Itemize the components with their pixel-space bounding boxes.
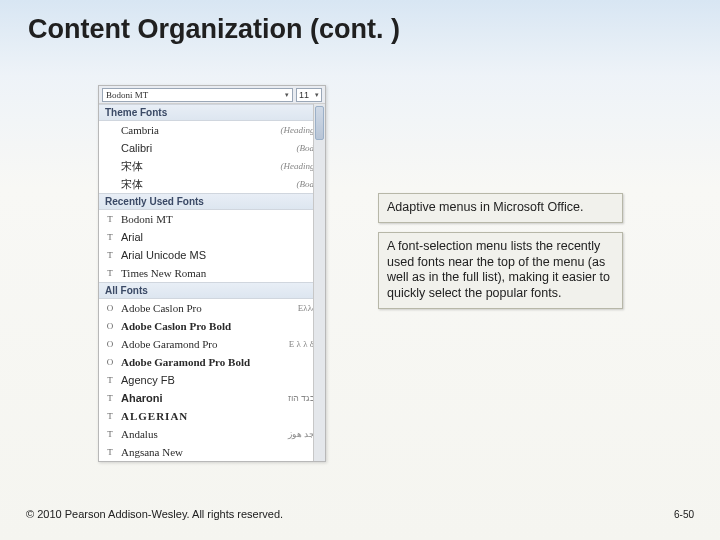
font-name-label: Andalus	[121, 428, 284, 440]
font-name-label: Bodoni MT	[121, 213, 321, 225]
font-name-label: Calibri	[121, 142, 293, 154]
font-icon	[103, 178, 117, 190]
font-option[interactable]: TAndalusأبجد هوز	[99, 425, 325, 443]
font-name-label: 宋体	[121, 159, 277, 174]
font-option[interactable]: OAdobe Caslon ProΕλλδα	[99, 299, 325, 317]
font-option[interactable]: TALGERIAN	[99, 407, 325, 425]
font-option[interactable]: 宋体(Headings)	[99, 157, 325, 175]
font-icon	[103, 142, 117, 154]
chevron-down-icon: ▾	[285, 91, 289, 99]
font-option[interactable]: OAdobe Garamond ProΕ λ λ δ α	[99, 335, 325, 353]
opentype-icon: O	[103, 338, 117, 350]
font-name-label: Agency FB	[121, 374, 321, 386]
font-option[interactable]: TArial	[99, 228, 325, 246]
font-ribbon-row: Bodoni MT ▾ 11 ▾	[99, 86, 325, 104]
font-option[interactable]: TBodoni MT	[99, 210, 325, 228]
truetype-icon: T	[103, 374, 117, 386]
truetype-icon: T	[103, 231, 117, 243]
font-option[interactable]: TTimes New Roman	[99, 264, 325, 282]
section-theme-fonts: Theme Fonts	[99, 104, 325, 121]
font-name-label: Adobe Caslon Pro Bold	[121, 320, 321, 332]
font-name-value: Bodoni MT	[106, 90, 148, 100]
font-size-combobox[interactable]: 11 ▾	[296, 88, 322, 102]
section-all-fonts: All Fonts	[99, 282, 325, 299]
font-name-label: Cambria	[121, 124, 277, 136]
font-name-label: Adobe Garamond Pro	[121, 338, 285, 350]
truetype-icon: T	[103, 392, 117, 404]
opentype-icon: O	[103, 302, 117, 314]
font-option[interactable]: TAgency FB	[99, 371, 325, 389]
font-name-label: 宋体	[121, 177, 293, 192]
font-icon	[103, 124, 117, 136]
callout-body: A font-selection menu lists the recently…	[378, 232, 623, 309]
truetype-icon: T	[103, 267, 117, 279]
font-name-label: Aharoni	[121, 392, 284, 404]
font-option[interactable]: Calibri(Body)	[99, 139, 325, 157]
font-option[interactable]: TAharoniאבגד הוז	[99, 389, 325, 407]
font-name-label: ALGERIAN	[121, 410, 321, 422]
font-name-label: Times New Roman	[121, 267, 321, 279]
font-name-combobox[interactable]: Bodoni MT ▾	[102, 88, 293, 102]
font-name-label: Adobe Garamond Pro Bold	[121, 356, 321, 368]
font-name-label: Angsana New	[121, 446, 321, 458]
theme-fonts-list: Cambria(Headings)Calibri(Body)宋体(Heading…	[99, 121, 325, 193]
scrollbar-thumb[interactable]	[315, 106, 324, 140]
font-name-label: Adobe Caslon Pro	[121, 302, 294, 314]
footer-page-number: 6-50	[674, 509, 694, 520]
truetype-icon: T	[103, 249, 117, 261]
font-name-label: Arial Unicode MS	[121, 249, 321, 261]
all-fonts-list: OAdobe Caslon ProΕλλδαOAdobe Caslon Pro …	[99, 299, 325, 461]
truetype-icon: T	[103, 213, 117, 225]
font-size-value: 11	[299, 90, 309, 100]
slide-title: Content Organization (cont. )	[28, 14, 400, 45]
opentype-icon: O	[103, 320, 117, 332]
truetype-icon: T	[103, 428, 117, 440]
font-option[interactable]: Cambria(Headings)	[99, 121, 325, 139]
section-recent-fonts: Recently Used Fonts	[99, 193, 325, 210]
font-option[interactable]: TAngsana New	[99, 443, 325, 461]
truetype-icon: T	[103, 446, 117, 458]
font-icon	[103, 160, 117, 172]
font-option[interactable]: OAdobe Garamond Pro Bold	[99, 353, 325, 371]
callout-caption: Adaptive menus in Microsoft Office.	[378, 193, 623, 223]
footer-copyright: © 2010 Pearson Addison-Wesley. All right…	[26, 508, 283, 520]
truetype-icon: T	[103, 410, 117, 422]
opentype-icon: O	[103, 356, 117, 368]
font-option[interactable]: 宋体(Body)	[99, 175, 325, 193]
chevron-down-icon: ▾	[315, 91, 319, 99]
scrollbar-track[interactable]	[313, 104, 325, 461]
font-name-label: Arial	[121, 231, 321, 243]
font-dropdown-panel: Bodoni MT ▾ 11 ▾ Theme Fonts Cambria(Hea…	[98, 85, 326, 462]
font-option[interactable]: TArial Unicode MS	[99, 246, 325, 264]
recent-fonts-list: TBodoni MTTArialTArial Unicode MSTTimes …	[99, 210, 325, 282]
font-option[interactable]: OAdobe Caslon Pro Bold	[99, 317, 325, 335]
